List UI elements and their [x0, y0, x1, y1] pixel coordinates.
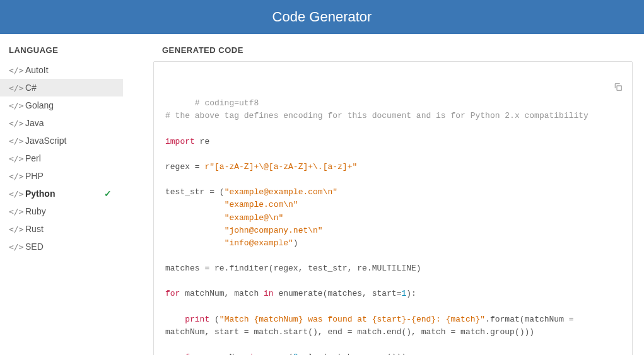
language-label: PHP — [25, 171, 114, 181]
language-label: Golang — [25, 100, 114, 110]
language-label: C# — [25, 83, 114, 93]
code-icon: </> — [9, 207, 20, 216]
code-icon: </> — [9, 242, 20, 252]
language-item-rust[interactable]: </>Rust — [0, 220, 123, 238]
code-icon: </> — [9, 101, 20, 110]
code-icon: </> — [9, 224, 20, 234]
language-item-javascript[interactable]: </>JavaScript — [0, 132, 123, 149]
language-label: Python — [25, 189, 104, 199]
code-icon: </> — [9, 154, 20, 163]
copy-icon[interactable] — [574, 69, 623, 109]
code-icon: </> — [9, 136, 20, 146]
code-content: # coding=utf8 # the above tag defines en… — [165, 98, 603, 355]
code-icon: </> — [9, 172, 20, 181]
language-label: Java — [25, 118, 114, 128]
generated-code-box: # coding=utf8 # the above tag defines en… — [153, 61, 633, 355]
main-panel: GENERATED CODE # coding=utf8 # the above… — [123, 34, 644, 355]
main-section-title: GENERATED CODE — [153, 40, 633, 61]
language-label: JavaScript — [25, 136, 114, 146]
svg-rect-0 — [617, 86, 621, 90]
language-item-golang[interactable]: </>Golang — [0, 96, 123, 114]
language-item-perl[interactable]: </>Perl — [0, 149, 123, 167]
language-item-ruby[interactable]: </>Ruby — [0, 202, 123, 220]
language-sidebar: LANGUAGE </>AutoIt</>C#</>Golang</>Java<… — [0, 34, 123, 355]
app-header: Code Generator — [0, 0, 644, 34]
language-item-python[interactable]: </>Python✓ — [0, 185, 123, 202]
code-icon: </> — [9, 66, 20, 75]
language-item-autoit[interactable]: </>AutoIt — [0, 61, 123, 79]
main-container: LANGUAGE </>AutoIt</>C#</>Golang</>Java<… — [0, 34, 644, 355]
app-title: Code Generator — [272, 9, 372, 25]
code-icon: </> — [9, 189, 20, 199]
check-icon: ✓ — [104, 189, 112, 199]
language-item-sed[interactable]: </>SED — [0, 238, 123, 255]
language-item-java[interactable]: </>Java — [0, 114, 123, 132]
language-label: Ruby — [25, 206, 114, 216]
language-label: Perl — [25, 153, 114, 163]
language-label: SED — [25, 242, 114, 252]
language-list: </>AutoIt</>C#</>Golang</>Java</>JavaScr… — [0, 61, 123, 255]
language-item-c[interactable]: </>C# — [0, 79, 123, 96]
code-icon: </> — [9, 119, 20, 128]
sidebar-section-title: LANGUAGE — [0, 40, 123, 61]
code-icon: </> — [9, 83, 20, 93]
language-label: Rust — [25, 224, 114, 234]
language-item-php[interactable]: </>PHP — [0, 167, 123, 185]
language-label: AutoIt — [25, 65, 114, 75]
